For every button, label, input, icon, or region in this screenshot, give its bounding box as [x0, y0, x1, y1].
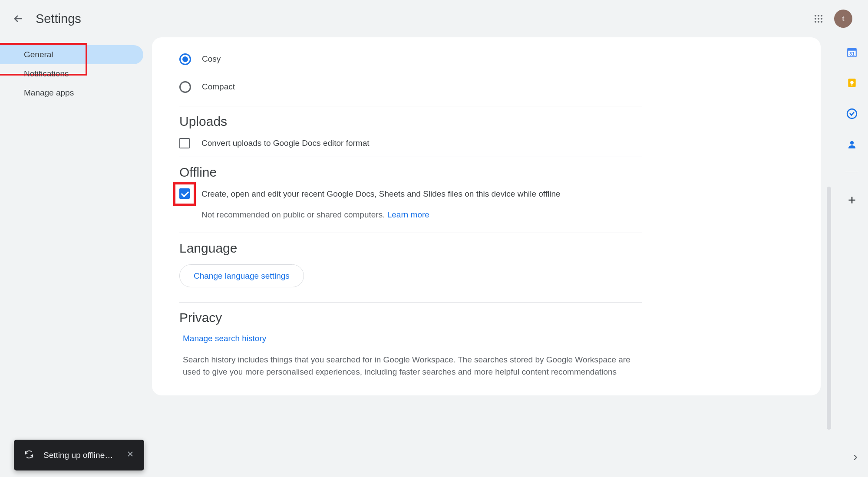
svg-point-8 [821, 21, 822, 23]
radio-compact-label: Compact [202, 82, 235, 92]
divider [179, 106, 642, 106]
side-panel: 31 [835, 37, 868, 471]
sync-icon [24, 450, 34, 461]
divider [179, 233, 642, 233]
rail-divider [845, 172, 858, 172]
svg-rect-10 [848, 48, 856, 50]
scrollbar-thumb[interactable] [827, 187, 831, 430]
checkbox-convert-label: Convert uploads to Google Docs editor fo… [201, 138, 370, 149]
sidebar-item-notifications[interactable]: Notifications [0, 64, 143, 83]
sidebar-item-manage-apps[interactable]: Manage apps [0, 83, 143, 102]
apps-grid-icon[interactable] [812, 12, 825, 26]
add-icon[interactable] [846, 194, 858, 206]
settings-sidebar: General Notifications Manage apps [0, 37, 152, 395]
divider [179, 157, 642, 157]
body-area: General Notifications Manage apps Cosy C… [0, 37, 868, 395]
svg-rect-14 [851, 84, 852, 86]
offline-text-block: Create, open and edit your recent Google… [201, 188, 561, 220]
divider [179, 302, 642, 303]
toast-text: Setting up offline… [43, 451, 113, 460]
privacy-description: Search history includes things that you … [183, 354, 642, 378]
tasks-icon[interactable] [846, 108, 858, 119]
offline-sub-wrapper: Not recommended on public or shared comp… [201, 209, 561, 220]
toast-close-icon[interactable] [126, 450, 135, 461]
header-right: t [812, 10, 857, 28]
radio-cosy[interactable] [179, 53, 191, 65]
uploads-title: Uploads [179, 114, 642, 129]
sidebar-item-general[interactable]: General [0, 45, 143, 64]
svg-point-16 [850, 141, 854, 145]
header-left: Settings [11, 12, 81, 26]
offline-main-label: Create, open and edit your recent Google… [201, 188, 561, 200]
density-cosy-row[interactable]: Cosy [179, 45, 642, 73]
manage-search-history-link[interactable]: Manage search history [183, 334, 266, 343]
svg-text:31: 31 [849, 51, 854, 56]
svg-point-0 [815, 15, 816, 16]
contacts-icon[interactable] [846, 138, 858, 150]
svg-point-5 [821, 18, 822, 20]
back-arrow-icon[interactable] [11, 12, 25, 26]
svg-point-4 [818, 18, 819, 20]
svg-point-2 [821, 15, 822, 16]
app-header: Settings t [0, 0, 868, 37]
calendar-icon[interactable]: 31 [846, 46, 858, 58]
language-title: Language [179, 241, 642, 256]
sidebar-item-label: Manage apps [24, 88, 74, 98]
content-inner: Cosy Compact Uploads Convert uploads to … [179, 45, 642, 378]
keep-icon[interactable] [846, 77, 858, 89]
settings-main-card: Cosy Compact Uploads Convert uploads to … [152, 37, 821, 395]
svg-point-3 [815, 18, 816, 20]
sidebar-item-label: General [24, 50, 53, 59]
checkbox-convert-uploads[interactable] [179, 138, 190, 148]
offline-learn-more-link[interactable]: Learn more [387, 210, 429, 219]
svg-point-7 [818, 21, 819, 23]
page-title: Settings [36, 12, 81, 26]
privacy-title: Privacy [179, 310, 642, 325]
svg-point-13 [850, 81, 854, 84]
avatar[interactable]: t [834, 10, 852, 28]
radio-compact[interactable] [179, 81, 191, 93]
offline-sub-text: Not recommended on public or shared comp… [201, 210, 387, 219]
offline-title: Offline [179, 165, 642, 180]
checkbox-offline[interactable] [179, 188, 190, 199]
radio-cosy-label: Cosy [202, 54, 221, 64]
offline-toast: Setting up offline… [14, 440, 144, 470]
density-compact-row[interactable]: Compact [179, 73, 642, 101]
svg-point-1 [818, 15, 819, 16]
sidebar-item-label: Notifications [24, 69, 69, 79]
side-panel-toggle-icon[interactable] [851, 453, 860, 464]
svg-point-6 [815, 21, 816, 23]
offline-row[interactable]: Create, open and edit your recent Google… [179, 188, 642, 220]
change-language-button[interactable]: Change language settings [179, 264, 304, 287]
uploads-convert-row[interactable]: Convert uploads to Google Docs editor fo… [179, 138, 642, 149]
